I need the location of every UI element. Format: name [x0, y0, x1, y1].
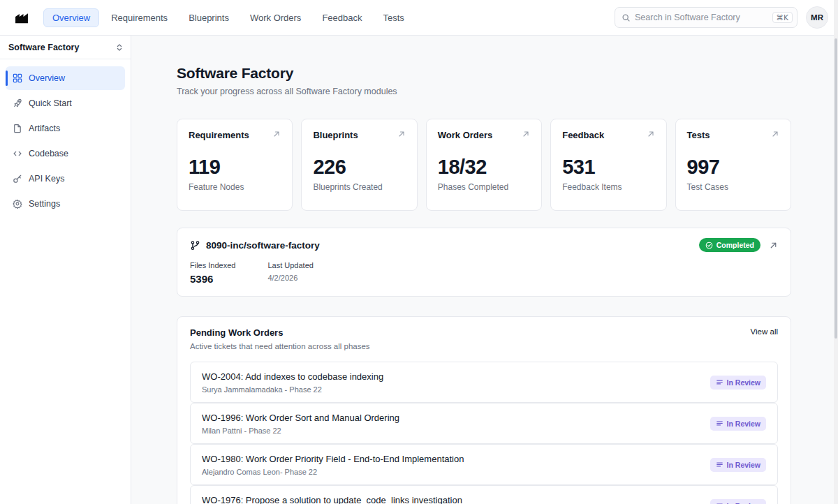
work-order-meta: Milan Pattni - Phase 22	[202, 427, 399, 435]
work-order-title: WO-1996: Work Order Sort and Manual Orde…	[202, 413, 399, 423]
stat-card-caption: Test Cases	[687, 182, 779, 192]
status-badge-in-review: In Review	[710, 499, 766, 504]
stat-card-value: 226	[313, 156, 405, 179]
sidebar-item-label: API Keys	[29, 174, 64, 184]
tab-blueprints[interactable]: Blueprints	[179, 8, 238, 27]
repo-card: 8090-inc/software-factory Completed	[177, 228, 791, 297]
arrow-up-right-icon[interactable]	[769, 241, 778, 250]
sidebar-item-codebase[interactable]: Codebase	[6, 142, 125, 165]
work-order-row[interactable]: WO-1996: Work Order Sort and Manual Orde…	[190, 403, 778, 444]
status-badge-in-review: In Review	[710, 458, 766, 472]
stat-card-value: 119	[189, 156, 281, 179]
stat-card-feedback[interactable]: Feedback 531 Feedback Items	[550, 119, 666, 211]
tab-tests[interactable]: Tests	[374, 8, 413, 27]
list-icon	[716, 461, 723, 468]
status-badge-label: In Review	[727, 502, 760, 504]
chevron-updown-icon	[115, 43, 124, 52]
work-order-row[interactable]: WO-2004: Add indexes to codebase indexin…	[190, 362, 778, 403]
sidebar-item-artifacts[interactable]: Artifacts	[6, 117, 125, 140]
stat-card-title: Tests	[687, 130, 710, 140]
top-nav: Overview Requirements Blueprints Work Or…	[43, 8, 413, 27]
tab-overview[interactable]: Overview	[43, 8, 99, 27]
search-input[interactable]	[635, 13, 768, 22]
sidebar-nav: Overview Quick Start	[0, 59, 131, 223]
scrollbar-thumb[interactable]	[835, 38, 837, 339]
pending-subtitle: Active tickets that need attention acros…	[190, 342, 370, 350]
list-icon	[716, 378, 723, 386]
view-all-link[interactable]: View all	[751, 327, 778, 336]
repo-name: 8090-inc/software-factory	[206, 240, 320, 251]
stat-card-value: 997	[687, 156, 779, 179]
stat-card-title: Work Orders	[438, 130, 493, 140]
content: Software Factory Track your progress acr…	[177, 36, 791, 504]
arrow-up-right-icon	[771, 130, 779, 138]
list-icon	[716, 420, 723, 427]
sidebar-item-api-keys[interactable]: API Keys	[6, 167, 125, 191]
check-circle-icon	[705, 242, 713, 249]
stat-card-blueprints[interactable]: Blueprints 226 Blueprints Created	[301, 119, 417, 211]
pending-work-orders-card: Pending Work Orders Active tickets that …	[177, 316, 791, 504]
document-icon	[13, 124, 22, 133]
stat-card-title: Requirements	[189, 130, 249, 140]
work-order-title: WO-1980: Work Order Priority Field - End…	[202, 454, 464, 464]
sidebar-item-label: Artifacts	[29, 124, 60, 133]
pending-title: Pending Work Orders	[190, 327, 370, 338]
stat-card-caption: Feature Nodes	[189, 182, 281, 192]
tab-work-orders[interactable]: Work Orders	[241, 8, 310, 27]
stat-card-tests[interactable]: Tests 997 Test Cases	[675, 119, 791, 211]
scrollbar-track[interactable]	[834, 0, 838, 504]
files-indexed-label: Files Indexed	[190, 261, 235, 269]
stat-card-requirements[interactable]: Requirements 119 Feature Nodes	[177, 119, 293, 211]
tab-requirements[interactable]: Requirements	[102, 8, 177, 27]
last-updated-value: 4/2/2026	[267, 274, 313, 282]
search-box[interactable]: ⌘K	[615, 7, 797, 28]
sidebar-item-overview[interactable]: Overview	[6, 66, 125, 90]
workspace-switcher[interactable]: Software Factory	[0, 36, 131, 59]
rocket-icon	[13, 98, 22, 108]
sidebar-item-settings[interactable]: Settings	[6, 192, 125, 216]
stat-card-value: 531	[562, 156, 654, 179]
app-root: Overview Requirements Blueprints Work Or…	[0, 0, 838, 504]
topbar-right: ⌘K MR	[615, 6, 828, 29]
stat-card-title: Feedback	[562, 130, 604, 140]
status-badge-label: In Review	[727, 420, 760, 428]
arrow-up-right-icon	[647, 130, 655, 138]
files-indexed-value: 5396	[190, 273, 235, 285]
page-title: Software Factory	[177, 65, 791, 82]
sidebar-item-label: Quick Start	[29, 98, 72, 108]
code-icon	[13, 149, 22, 158]
last-updated-label: Last Updated	[267, 261, 313, 269]
body: Software Factory Overview	[0, 36, 838, 504]
sidebar-item-quick-start[interactable]: Quick Start	[6, 91, 125, 115]
status-badge-completed: Completed	[699, 238, 760, 252]
work-order-title: WO-1976: Propose a solution to update_co…	[202, 495, 462, 504]
work-order-row[interactable]: WO-1976: Propose a solution to update_co…	[190, 485, 778, 504]
stat-card-caption: Feedback Items	[562, 182, 654, 192]
arrow-up-right-icon	[272, 130, 281, 138]
key-icon	[13, 174, 22, 184]
stat-card-row: Requirements 119 Feature Nodes Blueprint…	[177, 119, 791, 211]
avatar[interactable]: MR	[806, 6, 828, 29]
files-indexed-stat: Files Indexed 5396	[190, 261, 235, 285]
arrow-up-right-icon	[522, 130, 530, 138]
work-order-meta: Alejandro Comas Leon- Phase 22	[202, 468, 464, 476]
arrow-up-right-icon	[397, 130, 406, 138]
work-order-row[interactable]: WO-1980: Work Order Priority Field - End…	[190, 444, 778, 485]
grid-icon	[13, 73, 22, 83]
work-order-meta: Surya Jammalamadaka - Phase 22	[202, 385, 383, 394]
workspace-name: Software Factory	[8, 43, 79, 52]
shortcut-badge: ⌘K	[772, 12, 793, 24]
search-icon	[622, 13, 631, 22]
factory-logo-icon	[14, 10, 29, 25]
stat-card-work-orders[interactable]: Work Orders 18/32 Phases Completed	[426, 119, 542, 211]
tab-feedback[interactable]: Feedback	[313, 8, 371, 27]
sidebar-item-label: Codebase	[29, 149, 68, 158]
sidebar: Software Factory Overview	[0, 36, 131, 504]
stat-card-caption: Blueprints Created	[313, 182, 405, 192]
status-badge-in-review: In Review	[710, 376, 766, 390]
status-badge-label: Completed	[716, 241, 754, 249]
topbar: Overview Requirements Blueprints Work Or…	[0, 0, 838, 36]
app-logo[interactable]	[13, 8, 31, 27]
stat-card-value: 18/32	[438, 156, 530, 179]
stat-card-title: Blueprints	[313, 130, 358, 140]
